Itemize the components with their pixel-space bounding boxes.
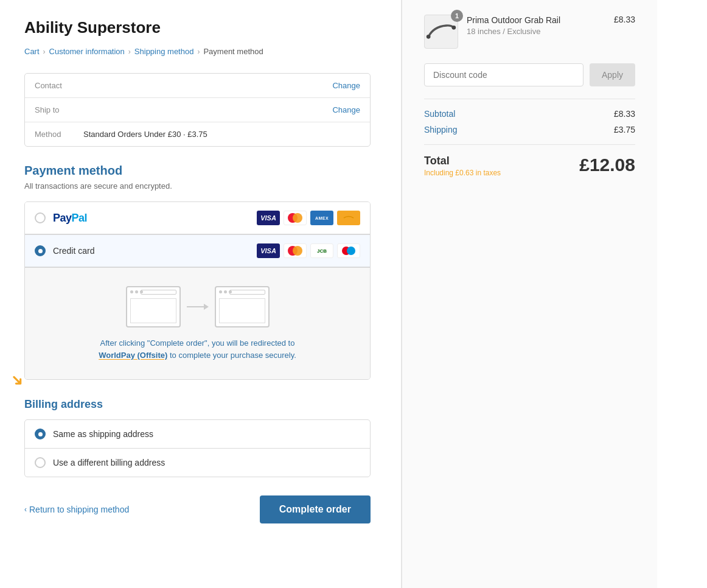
total-label-wrap: Total Including £0.63 in taxes [424, 155, 501, 177]
same-shipping-label: Same as shipping address [53, 429, 153, 439]
visa-icon-paypal: VISA [257, 211, 280, 225]
different-billing-label: Use a different billing address [53, 458, 165, 467]
maestro-icon [337, 243, 360, 258]
redirect-arrow [187, 304, 209, 310]
shipping-value: £3.75 [614, 125, 635, 135]
redirect-text: After clicking "Complete order", you wil… [99, 337, 296, 361]
shipping-row: Shipping £3.75 [424, 125, 635, 135]
order-summary-panel: 1 Prima Outdoor Grab Rail 18 inches / Ex… [402, 0, 657, 588]
different-billing-option[interactable]: Use a different billing address [25, 449, 370, 477]
redirect-box: After clicking "Complete order", you wil… [37, 286, 358, 361]
billing-title: Billing address [24, 398, 371, 411]
worldpay-text: WorldPay (Offsite) [99, 351, 167, 360]
shipto-label: Ship to [35, 105, 83, 114]
return-to-shipping-link[interactable]: ‹ Return to shipping method [24, 505, 129, 514]
breadcrumb-current: Payment method [203, 47, 263, 56]
product-info: Prima Outdoor Grab Rail 18 inches / Excl… [467, 15, 605, 36]
redirect-visual [126, 286, 270, 327]
chevron-left-icon: ‹ [24, 505, 27, 514]
paypal-option[interactable]: PayPal VISA AMEX [25, 202, 370, 234]
breadcrumb-cart[interactable]: Cart [24, 47, 40, 56]
jcb-icon: JCB [310, 243, 333, 258]
contact-change-link[interactable]: Change [332, 81, 360, 90]
breadcrumb-shipping[interactable]: Shipping method [134, 47, 194, 56]
mastercard-icon-paypal [284, 211, 307, 225]
apply-discount-button[interactable]: Apply [590, 63, 635, 86]
paypal-radio[interactable] [35, 212, 46, 223]
svg-point-2 [452, 26, 456, 30]
creditcard-expanded: After clicking "Complete order", you wil… [25, 267, 370, 379]
method-value: Standard Orders Under £30 · £3.75 [83, 130, 360, 139]
order-info-box: Contact Change Ship to Change Method Sta… [24, 73, 371, 147]
breadcrumb-sep-1: › [43, 47, 46, 56]
different-billing-radio[interactable] [35, 457, 46, 468]
billing-options-container: Same as shipping address Use a different… [24, 419, 371, 477]
visa-icon-cc: VISA [257, 243, 280, 258]
creditcard-radio[interactable] [35, 245, 46, 256]
total-row: Total Including £0.63 in taxes £12.08 [424, 155, 635, 177]
product-image-wrap: 1 [424, 15, 458, 49]
product-quantity-badge: 1 [451, 10, 463, 22]
breadcrumb-sep-3: › [197, 47, 200, 56]
svg-rect-0 [341, 214, 356, 222]
paypal-card-icons: VISA AMEX [257, 211, 360, 225]
creditcard-label: Credit card [53, 246, 94, 256]
total-divider [424, 144, 635, 145]
browser-window-icon-2 [215, 286, 270, 327]
generic-card-icon [337, 211, 360, 225]
breadcrumb-sep-2: › [128, 47, 131, 56]
product-variant: 18 inches / Exclusive [467, 27, 605, 36]
discount-code-input[interactable] [424, 63, 583, 86]
total-label: Total [424, 155, 501, 167]
svg-point-1 [427, 35, 431, 39]
same-shipping-option[interactable]: Same as shipping address [25, 420, 370, 449]
browser-window-icon [126, 286, 181, 327]
payment-options-container: PayPal VISA AMEX [24, 201, 371, 380]
amex-icon-paypal: AMEX [310, 211, 333, 225]
breadcrumb-customer-info[interactable]: Customer information [49, 47, 125, 56]
breadcrumb: Cart › Customer information › Shipping m… [24, 47, 371, 56]
total-value: £12.08 [579, 155, 635, 175]
product-name: Prima Outdoor Grab Rail [467, 15, 605, 27]
discount-row: Apply [424, 63, 635, 86]
contact-label: Contact [35, 81, 83, 90]
summary-divider [424, 99, 635, 99]
method-row: Method Standard Orders Under £30 · £3.75 [25, 122, 370, 146]
shipto-row: Ship to Change [25, 98, 370, 122]
same-shipping-radio[interactable] [35, 429, 46, 439]
complete-order-button[interactable]: Complete order [260, 495, 371, 523]
payment-subtitle: All transactions are secure and encrypte… [24, 181, 371, 191]
subtotal-value: £8.33 [614, 109, 635, 119]
creditcard-icons: VISA JCB [257, 243, 360, 258]
tax-label: Including £0.63 in taxes [424, 169, 501, 177]
product-row: 1 Prima Outdoor Grab Rail 18 inches / Ex… [424, 15, 635, 49]
footer-actions: ‹ Return to shipping method Complete ord… [24, 495, 371, 523]
mastercard-icon-cc [284, 243, 307, 258]
creditcard-option[interactable]: Credit card VISA JCB [25, 234, 370, 267]
method-label: Method [35, 130, 83, 139]
payment-method-title: Payment method [24, 164, 371, 178]
contact-row: Contact Change [25, 74, 370, 98]
subtotal-row: Subtotal £8.33 [424, 109, 635, 119]
shipto-change-link[interactable]: Change [332, 105, 360, 114]
product-price: £8.33 [614, 15, 635, 24]
paypal-logo: PayPal [53, 212, 87, 225]
store-title: Ability Superstore [24, 18, 371, 37]
shipping-label: Shipping [424, 125, 458, 135]
subtotal-label: Subtotal [424, 109, 455, 119]
